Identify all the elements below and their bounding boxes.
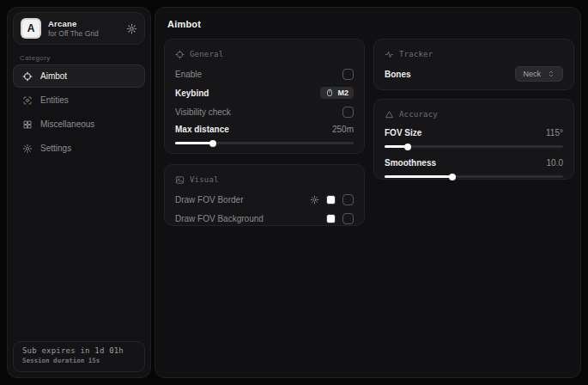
scan-icon [22,95,33,106]
section-title: General [190,50,223,58]
visual-section: Visual Draw FOV Border Draw FOV Backgr [164,164,365,226]
fov-border-checkbox[interactable] [342,194,354,205]
fov-size-label: FOV Size [385,128,421,138]
app-title-block: Arcane for Off The Grid [48,19,99,38]
settings-gear-icon[interactable] [126,23,137,34]
activity-icon [385,50,394,59]
bones-select[interactable]: Neck [515,66,563,82]
gear-icon [22,144,33,154]
max-distance-label: Max distance [175,125,229,134]
sidebar-item-label: Settings [40,144,71,153]
section-title: Visual [190,175,219,184]
smoothness-slider-fill [385,175,452,178]
general-section: General Enable Keybind M2 Visibility che… [164,39,365,154]
sidebar-item-entities[interactable]: Entities [13,89,145,112]
max-distance-row: Max distance 250m [175,121,354,137]
max-distance-slider-fill [175,142,213,144]
smoothness-slider[interactable] [385,175,563,178]
session-duration-text: Session duration 15s [22,357,136,364]
tracker-section-header: Tracker [385,48,563,60]
fov-border-row: Draw FOV Border [175,190,354,209]
max-distance-value: 250m [332,125,354,134]
app-window: A Arcane for Off The Grid Category [0,0,588,385]
visibility-check-row: Visibility check [175,102,354,121]
keybind-label: Keybind [175,89,209,98]
subscription-status-card: Sub expires in 1d 01h Session duration 1… [13,341,145,372]
image-icon [175,175,185,185]
enable-label: Enable [175,70,202,79]
triangle-icon [385,110,394,119]
general-section-header: General [175,48,354,60]
fov-size-value: 115° [546,128,563,138]
crosshair-icon [22,71,33,82]
keybind-value: M2 [337,89,349,97]
grid-icon [22,119,33,130]
fov-size-slider-fill [385,145,408,148]
smoothness-value: 10.0 [547,158,563,168]
app-logo: A [21,18,41,39]
fov-background-checkbox[interactable] [342,213,354,224]
chevrons-up-down-icon [547,70,555,78]
smoothness-label: Smoothness [385,158,436,168]
accuracy-section-header: Accuracy [385,108,563,120]
sidebar-item-label: Entities [40,95,69,105]
sub-expiry-text: Sub expires in 1d 01h [22,346,136,355]
visual-section-header: Visual [175,174,354,186]
keybind-button[interactable]: M2 [320,87,354,99]
fov-size-slider[interactable] [385,145,563,148]
fov-border-color-swatch[interactable] [326,195,336,205]
sidebar-item-settings[interactable]: Settings [13,137,145,160]
bones-selected-value: Neck [523,70,541,78]
accuracy-section: Accuracy FOV Size 115° Smoothness 10.0 [373,99,574,180]
sidebar-item-label: Miscellaneous [40,119,94,129]
smoothness-row: Smoothness 10.0 [385,155,563,170]
fov-background-row: Draw FOV Background [175,209,354,228]
max-distance-slider[interactable] [175,142,354,144]
keybind-row: Keybind M2 [175,83,354,102]
bones-row: Bones Neck [385,64,563,83]
sidebar-item-label: Aimbot [40,71,67,81]
sidebar-item-aimbot[interactable]: Aimbot [13,64,145,88]
bones-label: Bones [385,70,411,79]
mouse-icon [325,89,334,97]
sidebar-item-miscellaneous[interactable]: Miscellaneous [13,113,145,136]
visibility-check-label: Visibility check [175,107,231,117]
fov-size-row: FOV Size 115° [385,125,563,140]
enable-row: Enable [175,64,354,83]
fov-border-label: Draw FOV Border [175,195,243,205]
app-subtitle: for Off The Grid [48,29,99,38]
fov-border-gear-icon[interactable] [310,195,319,205]
sidebar-nav: Aimbot Entities Miscellaneous [13,64,145,160]
category-label: Category [20,54,51,62]
app-title: Arcane [48,19,99,28]
app-header-card: A Arcane for Off The Grid [13,12,145,45]
page-title: Aimbot [167,19,201,29]
main-panel: Aimbot General Enable Keybind M2 [155,7,581,378]
section-title: Tracker [399,50,433,58]
tracker-section: Tracker Bones Neck [373,39,574,90]
app-logo-letter: A [27,22,35,34]
section-title: Accuracy [399,110,438,119]
fov-background-color-swatch[interactable] [326,214,336,223]
fov-background-label: Draw FOV Background [175,214,264,223]
sidebar: A Arcane for Off The Grid Category [7,7,151,378]
crosshair-icon [175,50,185,59]
visibility-check-checkbox[interactable] [342,107,354,118]
enable-checkbox[interactable] [342,69,354,80]
